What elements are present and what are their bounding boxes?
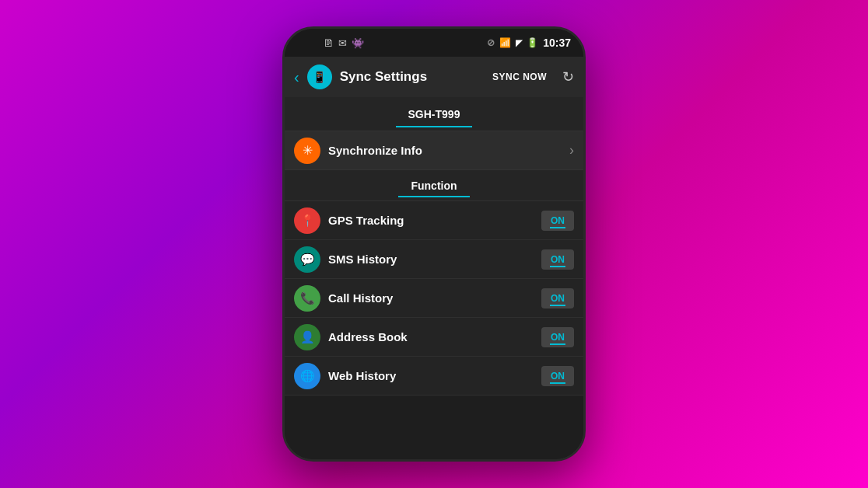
signal-off-icon: ⊘ [487,37,495,48]
header-bar: ‹ 📱 Sync Settings SYNC NOW ↻ [285,57,583,97]
device-tab-label: SGH-T999 [408,108,460,120]
network-icon: ◤ [516,38,522,48]
asterisk-icon: ✳ [303,143,313,158]
web-toggle[interactable]: ON [541,366,574,386]
gps-tracking-row[interactable]: 📍 GPS Tracking ON [285,201,583,240]
wifi-icon: 📶 [499,37,511,48]
gps-icon: 📍 [294,207,320,234]
status-bar: 🖹 ✉ 👾 ⊘ 📶 ◤ 🔋 10:37 [285,29,583,57]
function-tab-bar: Function [285,170,583,201]
address-book-row[interactable]: 👤 Address Book ON [285,318,583,357]
call-history-row[interactable]: 📞 Call History ON [285,279,583,318]
phone-icon: 📱 [313,71,326,83]
page-title: Sync Settings [340,69,485,85]
web-history-row[interactable]: 🌐 Web History ON [285,357,583,396]
globe-icon: 🌐 [300,369,315,383]
call-toggle[interactable]: ON [541,288,574,308]
phone-frame: 🖹 ✉ 👾 ⊘ 📶 ◤ 🔋 10:37 ‹ 📱 Sync Settings SY… [282,26,586,462]
call-label: Call History [328,291,534,305]
status-bar-right: ⊘ 📶 ◤ 🔋 10:37 [487,37,571,49]
web-icon: 🌐 [294,363,320,389]
function-tab[interactable]: Function [398,175,469,197]
synchronize-info-row[interactable]: ✳ Synchronize Info › [285,131,583,170]
device-tab-bar: SGH-T999 [285,97,583,131]
status-bar-left: 🖹 ✉ 👾 [324,37,364,49]
notification-icon-2: ✉ [338,37,347,49]
pin-icon: 📍 [300,214,315,228]
app-screen: ‹ 📱 Sync Settings SYNC NOW ↻ SGH-T999 ✳ … [285,57,583,459]
web-label: Web History [328,369,534,382]
gps-toggle[interactable]: ON [541,211,574,231]
call-icon: 📞 [294,285,320,312]
sms-history-row[interactable]: 💬 SMS History ON [285,240,583,279]
address-toggle[interactable]: ON [541,327,574,347]
sync-info-icon: ✳ [294,138,320,164]
clock: 10:37 [543,37,571,49]
address-icon: 👤 [294,324,320,350]
sms-toggle[interactable]: ON [541,249,574,270]
phone-call-icon: 📞 [300,291,315,305]
features-list: 📍 GPS Tracking ON 💬 SMS History ON 📞 Cal… [285,201,583,396]
battery-icon: 🔋 [527,37,538,48]
sync-now-button[interactable]: SYNC NOW [492,71,547,82]
sync-info-label: Synchronize Info [328,144,562,157]
chat-icon: 💬 [300,253,315,267]
header-icon: 📱 [307,64,332,89]
contact-icon: 👤 [300,330,315,344]
notification-icon-1: 🖹 [324,37,334,49]
gps-label: GPS Tracking [328,214,534,227]
chevron-right-icon: › [569,142,574,159]
function-tab-label: Function [411,180,457,192]
address-label: Address Book [328,330,534,343]
back-button[interactable]: ‹ [294,68,299,86]
sms-icon: 💬 [294,246,320,273]
refresh-button[interactable]: ↻ [562,68,574,85]
notification-icon-3: 👾 [352,37,364,49]
sms-label: SMS History [328,253,534,266]
device-tab[interactable]: SGH-T999 [396,102,473,127]
